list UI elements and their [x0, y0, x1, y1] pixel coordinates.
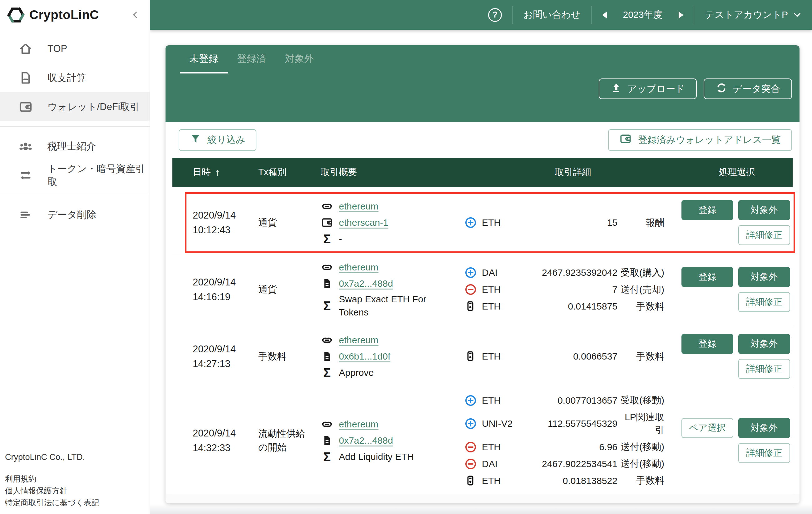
exclude-button[interactable]: 対象外: [738, 267, 790, 287]
edit-button[interactable]: 詳細修正: [738, 443, 790, 463]
contact-label: お問い合わせ: [523, 8, 581, 21]
sidebar-item-label: TOP: [48, 43, 67, 54]
help-group: ?: [477, 6, 513, 24]
sidebar-item-tax-accountant[interactable]: 税理士紹介: [0, 132, 150, 161]
column-overview: 取引概要: [321, 166, 464, 179]
network-link[interactable]: ethereum: [339, 262, 378, 273]
overview-network-line: ethereum: [321, 417, 464, 431]
data-merge-button[interactable]: データ突合: [704, 79, 792, 99]
kind-label: 送付(移動): [617, 457, 664, 470]
prev-year-button[interactable]: [602, 11, 607, 19]
cell-overview: ethereum0x7a2...488dΣAdd Liquidity ETH: [321, 417, 464, 464]
source-link[interactable]: 0x7a2...488d: [339, 435, 393, 446]
sidebar-collapse-button[interactable]: [128, 8, 142, 22]
cell-datetime: 2020/9/1414:32:33: [172, 426, 258, 455]
register-button[interactable]: 登録: [682, 334, 733, 354]
tab-excluded[interactable]: 対象外: [276, 45, 323, 74]
detail-line: UNI-V2112.5575545329LP関連取引: [464, 411, 664, 436]
edit-button[interactable]: 詳細修正: [738, 225, 790, 245]
tx-type-label: 通貨: [258, 217, 277, 227]
gas-fee-icon: [464, 475, 477, 487]
register-button[interactable]: 登録: [682, 267, 733, 287]
cell-details: ETH0.0066537手数料: [464, 350, 682, 363]
commerce-law-link[interactable]: 特定商取引法に基づく表記: [5, 496, 99, 508]
method-label: Approve: [339, 366, 374, 379]
exclude-button[interactable]: 対象外: [738, 418, 790, 438]
data-merge-label: データ突合: [733, 83, 780, 96]
amount-value: 0.0066537: [535, 351, 617, 362]
registered-wallet-list-button[interactable]: 登録済みウォレットアドレス一覧: [608, 129, 792, 151]
next-year-button[interactable]: [679, 11, 683, 19]
header-actions: アップロード データ突合: [180, 79, 800, 99]
pair-button[interactable]: ペア選択: [682, 418, 733, 438]
terms-link[interactable]: 利用規約: [5, 473, 99, 485]
sigma-icon: Σ: [321, 299, 333, 313]
table-row: 2020/9/1410:12:43通貨ethereumetherscan-1Σ-…: [172, 192, 793, 253]
source-link[interactable]: etherscan-1: [339, 217, 388, 228]
network-link[interactable]: ethereum: [339, 335, 378, 346]
cell-datetime: 2020/9/1410:12:43: [172, 208, 258, 237]
tx-date: 2020/9/14: [193, 426, 258, 440]
sigma-icon: Σ: [321, 450, 333, 464]
method-label: -: [339, 232, 342, 245]
fiscal-year-switcher: 2023年度: [591, 6, 694, 24]
exclude-button[interactable]: 対象外: [738, 200, 790, 220]
divider: [0, 195, 150, 195]
cell-details: ETH0.0077013657受取(移動)UNI-V2112.557554532…: [464, 394, 682, 487]
sidebar-item-wallet-defi[interactable]: ウォレット/DeFi取引: [0, 92, 150, 121]
detail-line: ETH0.01415875手数料: [464, 300, 664, 313]
file-icon: [321, 277, 333, 290]
source-link[interactable]: 0x6b1...1d0f: [339, 351, 390, 362]
kind-label: 手数料: [617, 300, 664, 313]
kind-label: LP関連取引: [617, 411, 664, 436]
amount-value: 2467.9235392042: [535, 267, 617, 278]
tab-unregistered[interactable]: 未登録: [180, 45, 228, 74]
sidebar-item-token-withdraw[interactable]: トークン・暗号資産引取: [0, 161, 150, 190]
help-icon[interactable]: ?: [488, 8, 502, 22]
account-menu[interactable]: テストアカウントP: [694, 6, 800, 24]
network-link[interactable]: ethereum: [339, 419, 378, 430]
company-name: CryptoLinC Co., LTD.: [5, 452, 99, 462]
kind-label: 送付(売却): [617, 283, 664, 296]
sigma-icon: Σ: [321, 366, 333, 380]
status-tabs: 未登録 登録済 対象外: [180, 45, 800, 74]
chevron-left-icon: [133, 11, 139, 18]
source-link[interactable]: 0x7a2...488d: [339, 278, 393, 289]
currency-label: ETH: [482, 351, 535, 362]
detail-line: ETH0.0077013657受取(移動): [464, 394, 664, 407]
sidebar-item-income-calc[interactable]: 収支計算: [0, 63, 150, 92]
brand-name: CryptoLinC: [29, 8, 99, 22]
contact-link[interactable]: お問い合わせ: [513, 6, 591, 24]
gas-fee-icon: [464, 300, 477, 313]
detail-line: ETH0.0066537手数料: [464, 350, 664, 363]
filter-button[interactable]: 絞り込み: [179, 129, 256, 151]
network-link[interactable]: ethereum: [339, 201, 378, 212]
sync-icon: [716, 82, 727, 96]
currency-label: ETH: [482, 217, 535, 228]
fiscal-year-label: 2023年度: [623, 8, 663, 21]
exclude-button[interactable]: 対象外: [738, 334, 790, 354]
kind-label: 手数料: [617, 474, 664, 487]
cell-actions: ペア選択対象外詳細修正: [682, 418, 794, 463]
kind-label: 受取(移動): [617, 394, 664, 407]
register-button[interactable]: 登録: [682, 200, 733, 220]
sidebar-item-top[interactable]: TOP: [0, 34, 150, 63]
cell-datetime: 2020/9/1414:27:13: [172, 342, 258, 371]
privacy-link[interactable]: 個人情報保護方針: [5, 485, 99, 496]
column-date[interactable]: 日時 ↑: [172, 166, 258, 179]
upload-button[interactable]: アップロード: [599, 79, 697, 99]
edit-button[interactable]: 詳細修正: [738, 292, 790, 312]
cell-overview: ethereum0x7a2...488dΣSwap Exact ETH For …: [321, 260, 464, 319]
edit-button[interactable]: 詳細修正: [738, 359, 790, 379]
lines-icon: [18, 207, 33, 222]
sigma-icon: Σ: [321, 232, 333, 246]
sort-asc-icon: ↑: [215, 167, 220, 178]
tx-type-label: 通貨: [258, 284, 277, 295]
tab-registered[interactable]: 登録済: [228, 45, 276, 74]
sidebar-item-data-delete[interactable]: データ削除: [0, 200, 150, 229]
cell-datetime: 2020/9/1414:16:19: [172, 275, 258, 304]
sidebar-item-label: 税理士紹介: [48, 140, 96, 153]
cell-tx-type: 手数料: [258, 350, 321, 363]
card-header: 未登録 登録済 対象外 アップロード データ突合: [166, 45, 800, 122]
account-name: テストアカウントP: [705, 8, 788, 21]
